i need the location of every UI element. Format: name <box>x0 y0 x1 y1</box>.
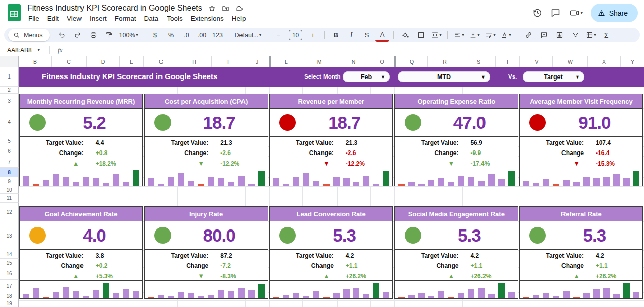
vertical-align-button[interactable]: ▾ <box>467 29 481 41</box>
column-header-Y[interactable]: Y <box>621 56 644 67</box>
row-header-12[interactable]: 12 <box>0 203 19 221</box>
insert-chart-button[interactable] <box>552 29 567 41</box>
column-header-W[interactable]: W <box>553 56 588 67</box>
row-header-19[interactable]: 19 <box>0 300 19 307</box>
month-dropdown[interactable]: Feb▼ <box>343 71 390 82</box>
create-filter-button[interactable] <box>568 29 582 41</box>
row-header-1[interactable]: 1 <box>0 67 19 87</box>
horizontal-align-button[interactable]: ▾ <box>452 29 466 41</box>
font-size-input[interactable]: 10 <box>289 30 302 40</box>
column-header-O[interactable]: O <box>370 56 394 67</box>
sheet-area[interactable]: Fitness Industry KPI Scorecard in Google… <box>19 67 644 307</box>
menu-data[interactable]: Data <box>140 14 163 23</box>
row-header-8[interactable]: 8 <box>0 168 19 177</box>
star-icon[interactable] <box>208 5 216 12</box>
column-header-S[interactable]: S <box>462 56 496 67</box>
menu-insert[interactable]: Insert <box>86 14 111 23</box>
menu-file[interactable]: File <box>24 14 43 23</box>
column-header-X[interactable]: X <box>588 56 621 67</box>
pivot-table-button[interactable]: ▾ <box>584 29 598 41</box>
spark-bar <box>208 177 214 186</box>
insert-link-button[interactable] <box>521 29 535 41</box>
strikethrough-button[interactable]: S <box>360 29 374 41</box>
row-header-13[interactable]: 13 <box>0 221 19 250</box>
text-color-button[interactable]: A <box>375 28 389 42</box>
row-header-14[interactable]: 14 <box>0 250 19 259</box>
column-header-V[interactable]: V <box>520 56 553 67</box>
menu-extensions[interactable]: Extensions <box>187 14 228 23</box>
row-header-18[interactable]: 18 <box>0 292 19 300</box>
column-header-B[interactable]: B <box>19 56 52 67</box>
column-header-N[interactable]: N <box>337 56 370 67</box>
menu-help[interactable]: Help <box>228 14 250 23</box>
column-header-M[interactable]: M <box>302 56 337 67</box>
undo-button[interactable] <box>55 29 69 41</box>
compare-dropdown[interactable]: Target▼ <box>523 71 584 82</box>
cloud-status-icon[interactable] <box>235 5 243 12</box>
menu-tools[interactable]: Tools <box>163 14 187 23</box>
comments-icon[interactable] <box>550 8 561 18</box>
row-header-11[interactable]: 11 <box>0 194 19 203</box>
decrease-decimal-button[interactable]: .0 <box>180 29 194 41</box>
row-header-10[interactable]: 10 <box>0 186 19 194</box>
move-to-folder-icon[interactable] <box>222 5 229 12</box>
decrease-font-size-button[interactable]: − <box>271 29 285 41</box>
spark-bar <box>343 289 350 298</box>
video-call-button[interactable]: ▾ <box>569 8 583 18</box>
share-button[interactable]: Share <box>591 4 638 22</box>
column-header-J[interactable]: J <box>245 56 269 67</box>
version-history-icon[interactable] <box>532 8 542 18</box>
search-menus-button[interactable]: Menus <box>8 29 50 41</box>
column-header-C[interactable]: C <box>52 56 87 67</box>
text-wrap-button[interactable]: ▾ <box>483 29 497 41</box>
text-rotation-button[interactable]: ▾ <box>499 29 513 41</box>
format-currency-button[interactable]: $ <box>148 29 163 41</box>
increase-decimal-button[interactable]: .00 <box>195 29 209 41</box>
row-header-2[interactable]: 2 <box>0 87 19 94</box>
share-label: Share <box>609 9 628 17</box>
column-header-H[interactable]: H <box>177 56 212 67</box>
insert-comment-button[interactable] <box>537 29 551 41</box>
borders-button[interactable] <box>414 29 428 41</box>
row-header-7[interactable]: 7 <box>0 156 19 168</box>
row-header-6[interactable]: 6 <box>0 146 19 156</box>
document-title[interactable]: Fitness Industry KPI Scorecard in Google… <box>27 4 202 13</box>
menu-format[interactable]: Format <box>111 14 140 23</box>
zoom-select[interactable]: 100%▾ <box>118 29 140 41</box>
functions-button[interactable]: Σ <box>599 29 613 41</box>
bold-button[interactable]: B <box>329 29 343 41</box>
menu-view[interactable]: View <box>63 14 86 23</box>
kpi-sparkline <box>20 281 142 298</box>
fill-color-button[interactable] <box>398 29 412 41</box>
more-formats-button[interactable]: 123 <box>211 29 225 41</box>
column-header-T[interactable]: T <box>496 56 520 67</box>
column-header-I[interactable]: I <box>212 56 245 67</box>
name-box[interactable]: AA8:AB8 ▾ <box>0 47 46 54</box>
format-percent-button[interactable]: % <box>164 29 178 41</box>
row-header-4[interactable]: 4 <box>0 108 19 136</box>
italic-button[interactable]: I <box>344 29 358 41</box>
period-dropdown[interactable]: MTD▼ <box>398 71 490 82</box>
column-header-D[interactable]: D <box>87 56 120 67</box>
row-header-5[interactable]: 5 <box>0 136 19 146</box>
redo-button[interactable] <box>71 29 85 41</box>
row-header-3[interactable]: 3 <box>0 94 19 108</box>
column-header-L[interactable]: L <box>269 56 302 67</box>
column-header-E[interactable]: E <box>120 56 144 67</box>
row-header-9[interactable]: 9 <box>0 177 19 186</box>
column-header-R[interactable]: R <box>428 56 462 67</box>
change-value: +1.1 <box>589 262 642 269</box>
row-header-16[interactable]: 16 <box>0 267 19 280</box>
kpi-value: 5.2 <box>46 113 142 133</box>
font-select[interactable]: Defaul...▾ <box>233 29 263 41</box>
column-header-G[interactable]: G <box>144 56 177 67</box>
row-header-15[interactable]: 15 <box>0 259 19 267</box>
merge-cells-button[interactable]: ▾ <box>429 29 443 41</box>
select-all-corner[interactable] <box>0 56 19 67</box>
increase-font-size-button[interactable]: + <box>306 29 320 41</box>
paint-format-button[interactable] <box>102 29 116 41</box>
menu-edit[interactable]: Edit <box>43 14 63 23</box>
print-button[interactable] <box>87 29 101 41</box>
column-header-Q[interactable]: Q <box>394 56 428 67</box>
row-header-17[interactable]: 17 <box>0 280 19 292</box>
